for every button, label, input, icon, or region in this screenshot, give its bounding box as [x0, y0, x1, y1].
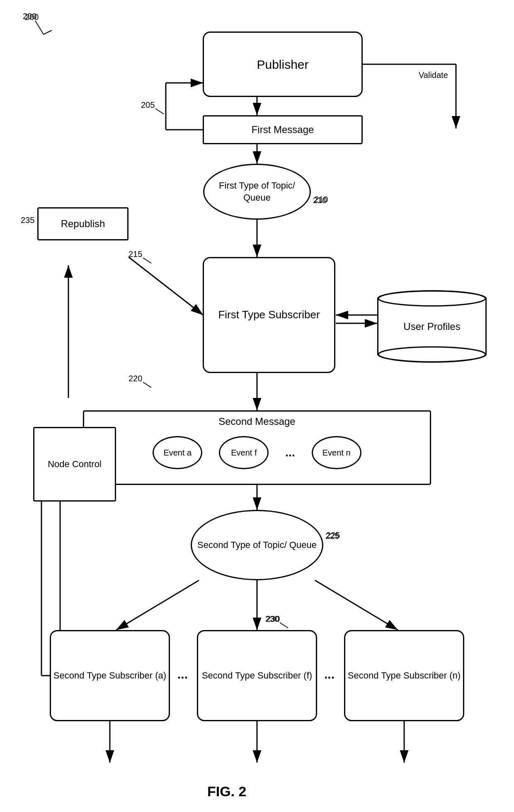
svg-point-36	[378, 291, 485, 306]
republish-node: Republish	[37, 207, 128, 240]
ellipsis-subs2: ...	[324, 667, 335, 681]
svg-text:205: 205	[141, 100, 155, 109]
second-type-sub-n-node: Second Type Subscriber (n)	[344, 630, 464, 721]
first-message-node: First Message	[203, 115, 363, 144]
validate-label: Validate	[419, 70, 448, 80]
node-control-node: Node Control	[33, 427, 116, 502]
first-message-label: First Message	[252, 123, 314, 136]
svg-line-43	[280, 623, 288, 628]
event-n-label: Event n	[322, 447, 351, 458]
diagram-container: 200 200 Publisher Validate 205 First Mes…	[0, 0, 514, 812]
event-f-label: Event f	[231, 447, 257, 458]
ref-215-label: 215	[128, 249, 162, 265]
publisher-node: Publisher	[203, 32, 363, 97]
ref-235: 235	[21, 216, 34, 225]
node-control-label: Node Control	[48, 458, 102, 470]
second-type-sub-n-label: Second Type Subscriber (n)	[348, 670, 461, 682]
ref-230: 230	[266, 614, 280, 624]
svg-line-35	[143, 258, 151, 263]
fig-label: FIG. 2	[207, 783, 246, 800]
publisher-label: Publisher	[257, 56, 308, 73]
second-message-label: Second Message	[218, 415, 295, 428]
first-type-topic-label: First Type of Topic/ Queue	[204, 180, 310, 204]
first-type-subscriber-label: First Type Subscriber	[218, 308, 320, 322]
ellipsis-events: ...	[285, 445, 295, 460]
svg-line-31	[155, 109, 164, 114]
cylinder-lines	[377, 290, 487, 363]
ref-225: 225	[326, 531, 340, 540]
event-f-node: Event f	[219, 436, 269, 469]
ellipsis-subs1: ...	[177, 667, 188, 681]
first-type-topic-node: First Type of Topic/ Queue	[203, 164, 311, 220]
first-type-subscriber-node: First Type Subscriber	[203, 257, 335, 373]
ref-210: 210	[314, 195, 328, 204]
ref-220-label: 220	[128, 373, 162, 390]
second-type-sub-a-label: Second Type Subscriber (a)	[53, 670, 166, 682]
svg-text:215: 215	[128, 250, 142, 259]
republish-label: Republish	[61, 217, 105, 230]
second-type-sub-f-node: Second Type Subscriber (f)	[197, 630, 317, 721]
svg-line-16	[128, 257, 203, 315]
svg-text:200: 200	[23, 12, 36, 21]
event-a-label: Event a	[163, 447, 192, 458]
second-type-topic-label: Second Type of Topic/ Queue	[197, 539, 317, 551]
svg-line-28	[35, 21, 44, 34]
svg-line-29	[44, 30, 52, 34]
ref-205-label: 205	[141, 99, 174, 116]
svg-line-39	[143, 382, 151, 388]
event-n-node: Event n	[312, 436, 361, 469]
event-a-node: Event a	[153, 436, 202, 469]
svg-line-9	[116, 580, 199, 630]
ref-200-zigzag: 200	[23, 12, 56, 36]
second-type-sub-a-node: Second Type Subscriber (a)	[50, 630, 170, 721]
second-type-sub-f-label: Second Type Subscriber (f)	[202, 670, 312, 682]
second-type-topic-node: Second Type of Topic/ Queue	[191, 510, 323, 580]
svg-text:220: 220	[128, 374, 142, 383]
second-message-node: Second Message Event a Event f ... Event…	[83, 410, 431, 485]
svg-line-11	[315, 580, 398, 630]
svg-point-37	[378, 347, 485, 362]
